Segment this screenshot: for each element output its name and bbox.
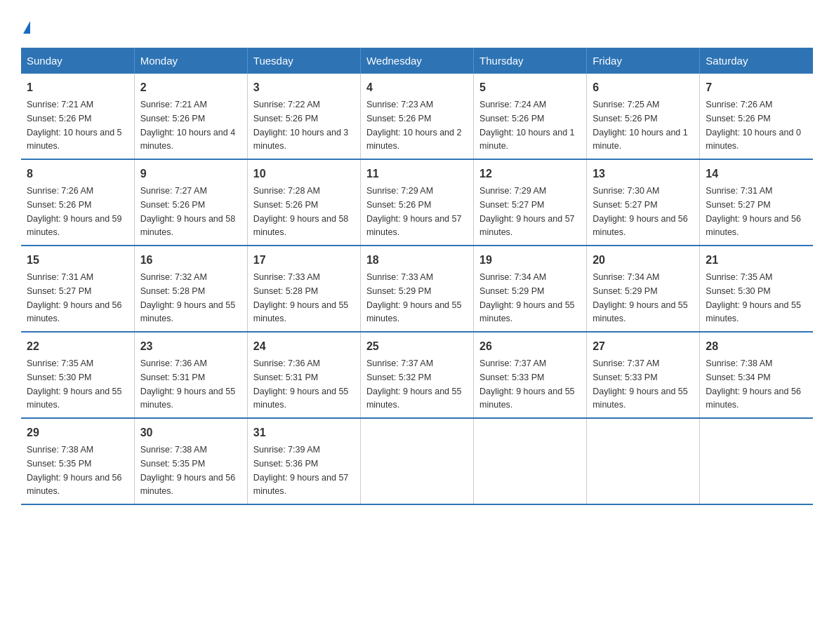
day-info: Sunrise: 7:34 AMSunset: 5:29 PMDaylight:… xyxy=(593,272,688,323)
calendar-cell: 20 Sunrise: 7:34 AMSunset: 5:29 PMDaylig… xyxy=(587,246,700,332)
logo-triangle-icon xyxy=(23,21,30,34)
header-friday: Friday xyxy=(587,48,700,74)
calendar-cell: 15 Sunrise: 7:31 AMSunset: 5:27 PMDaylig… xyxy=(21,246,134,332)
day-info: Sunrise: 7:36 AMSunset: 5:31 PMDaylight:… xyxy=(140,358,236,410)
day-info: Sunrise: 7:31 AMSunset: 5:27 PMDaylight:… xyxy=(27,272,122,323)
day-info: Sunrise: 7:26 AMSunset: 5:26 PMDaylight:… xyxy=(706,100,801,151)
calendar-cell: 6 Sunrise: 7:25 AMSunset: 5:26 PMDayligh… xyxy=(587,74,700,159)
calendar-cell xyxy=(587,418,700,504)
header-monday: Monday xyxy=(134,48,247,74)
day-info: Sunrise: 7:22 AMSunset: 5:26 PMDaylight:… xyxy=(253,100,349,151)
day-info: Sunrise: 7:35 AMSunset: 5:30 PMDaylight:… xyxy=(706,272,801,323)
day-info: Sunrise: 7:36 AMSunset: 5:31 PMDaylight:… xyxy=(253,358,349,410)
day-number: 21 xyxy=(706,252,807,269)
day-number: 14 xyxy=(706,166,807,182)
calendar-cell: 5 Sunrise: 7:24 AMSunset: 5:26 PMDayligh… xyxy=(474,74,587,159)
day-info: Sunrise: 7:29 AMSunset: 5:26 PMDaylight:… xyxy=(366,186,462,237)
day-number: 28 xyxy=(706,338,807,355)
day-info: Sunrise: 7:27 AMSunset: 5:26 PMDaylight:… xyxy=(140,186,236,237)
calendar-cell: 30 Sunrise: 7:38 AMSunset: 5:35 PMDaylig… xyxy=(134,418,247,504)
calendar-cell: 19 Sunrise: 7:34 AMSunset: 5:29 PMDaylig… xyxy=(474,246,587,332)
day-number: 26 xyxy=(479,338,581,355)
calendar-cell: 3 Sunrise: 7:22 AMSunset: 5:26 PMDayligh… xyxy=(247,74,360,159)
calendar-cell: 4 Sunrise: 7:23 AMSunset: 5:26 PMDayligh… xyxy=(360,74,473,159)
day-info: Sunrise: 7:33 AMSunset: 5:29 PMDaylight:… xyxy=(366,272,462,323)
calendar-cell: 25 Sunrise: 7:37 AMSunset: 5:32 PMDaylig… xyxy=(360,332,473,418)
calendar-cell: 8 Sunrise: 7:26 AMSunset: 5:26 PMDayligh… xyxy=(21,159,134,246)
day-number: 22 xyxy=(27,338,128,355)
calendar-cell: 28 Sunrise: 7:38 AMSunset: 5:34 PMDaylig… xyxy=(700,332,813,418)
day-number: 24 xyxy=(253,338,355,355)
logo xyxy=(21,14,30,34)
day-info: Sunrise: 7:38 AMSunset: 5:35 PMDaylight:… xyxy=(27,445,122,496)
calendar-cell: 29 Sunrise: 7:38 AMSunset: 5:35 PMDaylig… xyxy=(21,418,134,504)
calendar-cell: 26 Sunrise: 7:37 AMSunset: 5:33 PMDaylig… xyxy=(474,332,587,418)
calendar-cell xyxy=(700,418,813,504)
header-thursday: Thursday xyxy=(474,48,587,74)
week-row-3: 15 Sunrise: 7:31 AMSunset: 5:27 PMDaylig… xyxy=(21,246,813,332)
page-header xyxy=(21,14,813,34)
day-info: Sunrise: 7:29 AMSunset: 5:27 PMDaylight:… xyxy=(479,186,575,237)
calendar-cell: 7 Sunrise: 7:26 AMSunset: 5:26 PMDayligh… xyxy=(700,74,813,159)
day-info: Sunrise: 7:33 AMSunset: 5:28 PMDaylight:… xyxy=(253,272,349,323)
day-number: 31 xyxy=(253,424,355,441)
day-number: 17 xyxy=(253,252,355,269)
calendar-cell: 11 Sunrise: 7:29 AMSunset: 5:26 PMDaylig… xyxy=(360,159,473,246)
day-number: 12 xyxy=(479,166,581,182)
day-number: 7 xyxy=(706,79,807,96)
calendar-cell: 27 Sunrise: 7:37 AMSunset: 5:33 PMDaylig… xyxy=(587,332,700,418)
calendar-cell: 13 Sunrise: 7:30 AMSunset: 5:27 PMDaylig… xyxy=(587,159,700,246)
day-info: Sunrise: 7:28 AMSunset: 5:26 PMDaylight:… xyxy=(253,186,349,237)
day-number: 8 xyxy=(27,166,128,182)
day-info: Sunrise: 7:38 AMSunset: 5:34 PMDaylight:… xyxy=(706,358,801,410)
day-number: 4 xyxy=(366,79,468,96)
calendar-cell: 17 Sunrise: 7:33 AMSunset: 5:28 PMDaylig… xyxy=(247,246,360,332)
calendar-cell: 22 Sunrise: 7:35 AMSunset: 5:30 PMDaylig… xyxy=(21,332,134,418)
day-info: Sunrise: 7:32 AMSunset: 5:28 PMDaylight:… xyxy=(140,272,236,323)
day-number: 27 xyxy=(593,338,694,355)
calendar-cell: 14 Sunrise: 7:31 AMSunset: 5:27 PMDaylig… xyxy=(700,159,813,246)
day-number: 11 xyxy=(366,166,468,182)
calendar-cell: 12 Sunrise: 7:29 AMSunset: 5:27 PMDaylig… xyxy=(474,159,587,246)
day-number: 23 xyxy=(140,338,241,355)
week-row-2: 8 Sunrise: 7:26 AMSunset: 5:26 PMDayligh… xyxy=(21,159,813,246)
calendar-cell: 23 Sunrise: 7:36 AMSunset: 5:31 PMDaylig… xyxy=(134,332,247,418)
day-number: 5 xyxy=(479,79,581,96)
week-row-1: 1 Sunrise: 7:21 AMSunset: 5:26 PMDayligh… xyxy=(21,74,813,159)
day-info: Sunrise: 7:39 AMSunset: 5:36 PMDaylight:… xyxy=(253,445,349,496)
day-number: 13 xyxy=(593,166,694,182)
day-number: 29 xyxy=(27,424,128,441)
day-number: 20 xyxy=(593,252,694,269)
header-sunday: Sunday xyxy=(21,48,134,74)
day-info: Sunrise: 7:35 AMSunset: 5:30 PMDaylight:… xyxy=(27,358,122,410)
calendar-table: SundayMondayTuesdayWednesdayThursdayFrid… xyxy=(21,48,813,505)
day-number: 25 xyxy=(366,338,468,355)
week-row-4: 22 Sunrise: 7:35 AMSunset: 5:30 PMDaylig… xyxy=(21,332,813,418)
day-number: 3 xyxy=(253,79,355,96)
calendar-header-row: SundayMondayTuesdayWednesdayThursdayFrid… xyxy=(21,48,813,74)
week-row-5: 29 Sunrise: 7:38 AMSunset: 5:35 PMDaylig… xyxy=(21,418,813,504)
day-info: Sunrise: 7:31 AMSunset: 5:27 PMDaylight:… xyxy=(706,186,801,237)
day-info: Sunrise: 7:34 AMSunset: 5:29 PMDaylight:… xyxy=(479,272,575,323)
calendar-cell: 18 Sunrise: 7:33 AMSunset: 5:29 PMDaylig… xyxy=(360,246,473,332)
day-number: 19 xyxy=(479,252,581,269)
day-info: Sunrise: 7:26 AMSunset: 5:26 PMDaylight:… xyxy=(27,186,122,237)
day-info: Sunrise: 7:30 AMSunset: 5:27 PMDaylight:… xyxy=(593,186,688,237)
day-info: Sunrise: 7:37 AMSunset: 5:33 PMDaylight:… xyxy=(593,358,688,410)
calendar-cell: 9 Sunrise: 7:27 AMSunset: 5:26 PMDayligh… xyxy=(134,159,247,246)
day-number: 10 xyxy=(253,166,355,182)
calendar-cell: 1 Sunrise: 7:21 AMSunset: 5:26 PMDayligh… xyxy=(21,74,134,159)
calendar-cell: 16 Sunrise: 7:32 AMSunset: 5:28 PMDaylig… xyxy=(134,246,247,332)
day-info: Sunrise: 7:23 AMSunset: 5:26 PMDaylight:… xyxy=(366,100,462,151)
day-info: Sunrise: 7:37 AMSunset: 5:33 PMDaylight:… xyxy=(479,358,575,410)
day-info: Sunrise: 7:25 AMSunset: 5:26 PMDaylight:… xyxy=(593,100,688,151)
calendar-cell: 31 Sunrise: 7:39 AMSunset: 5:36 PMDaylig… xyxy=(247,418,360,504)
logo-top-line xyxy=(21,14,30,34)
day-info: Sunrise: 7:24 AMSunset: 5:26 PMDaylight:… xyxy=(479,100,575,151)
calendar-cell: 2 Sunrise: 7:21 AMSunset: 5:26 PMDayligh… xyxy=(134,74,247,159)
header-tuesday: Tuesday xyxy=(247,48,360,74)
calendar-cell xyxy=(474,418,587,504)
calendar-cell: 21 Sunrise: 7:35 AMSunset: 5:30 PMDaylig… xyxy=(700,246,813,332)
header-saturday: Saturday xyxy=(700,48,813,74)
header-wednesday: Wednesday xyxy=(360,48,473,74)
